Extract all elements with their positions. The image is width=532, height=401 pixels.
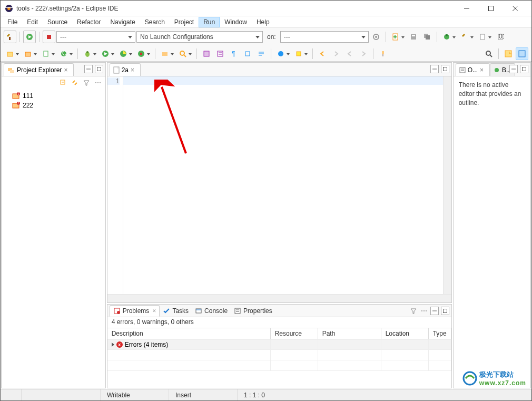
col-resource[interactable]: Resource bbox=[271, 328, 318, 339]
menu-navigate[interactable]: Navigate bbox=[105, 17, 140, 27]
launch-config-combo[interactable]: No Launch Configurations bbox=[136, 31, 263, 43]
menu-window[interactable]: Window bbox=[220, 17, 252, 27]
binary-file-icon[interactable]: 010 bbox=[494, 31, 507, 43]
menu-run[interactable]: Run bbox=[199, 17, 220, 27]
filter-icon[interactable] bbox=[409, 307, 418, 315]
maximize-view-icon[interactable] bbox=[95, 65, 103, 73]
link-editor-icon[interactable] bbox=[71, 79, 79, 87]
svg-point-77 bbox=[426, 310, 427, 311]
new-project-icon[interactable] bbox=[4, 47, 16, 60]
project-item[interactable]: ! 222 bbox=[2, 101, 105, 110]
nav-back-icon[interactable] bbox=[316, 47, 329, 60]
nav-up-icon[interactable] bbox=[357, 47, 370, 60]
vertical-scrollbar[interactable] bbox=[443, 76, 451, 294]
svg-text:C: C bbox=[62, 50, 67, 57]
col-path[interactable]: Path bbox=[318, 328, 381, 339]
table-row[interactable] bbox=[107, 350, 451, 360]
col-location[interactable]: Location bbox=[381, 328, 429, 339]
maximize-view-icon[interactable] bbox=[520, 65, 528, 73]
minimize-view-icon[interactable] bbox=[430, 307, 439, 315]
search-tool-icon[interactable] bbox=[176, 47, 189, 60]
project-explorer-tab[interactable]: Project Explorer × bbox=[4, 63, 74, 76]
view-menu-icon[interactable] bbox=[420, 307, 428, 315]
project-item[interactable]: ! 111 bbox=[2, 91, 105, 101]
console-tab[interactable]: Console bbox=[192, 305, 231, 317]
menu-search[interactable]: Search bbox=[140, 17, 170, 27]
menu-help[interactable]: Help bbox=[252, 17, 274, 27]
problems-tab[interactable]: Problems × bbox=[110, 305, 160, 317]
close-icon[interactable]: × bbox=[480, 66, 486, 74]
close-icon[interactable]: × bbox=[131, 66, 137, 74]
tasks-tab[interactable]: Tasks bbox=[160, 305, 192, 317]
task-icon[interactable] bbox=[200, 47, 213, 60]
menu-file[interactable]: File bbox=[3, 17, 22, 27]
outline-view-icon[interactable] bbox=[214, 47, 226, 60]
minimize-view-icon[interactable] bbox=[509, 65, 518, 73]
menu-project[interactable]: Project bbox=[170, 17, 199, 27]
stop-button[interactable] bbox=[43, 31, 55, 43]
new-source-icon[interactable] bbox=[40, 47, 52, 60]
menu-refactor[interactable]: Refactor bbox=[72, 17, 105, 27]
maximize-view-icon[interactable] bbox=[441, 65, 449, 73]
new-dropdown-icon[interactable] bbox=[389, 31, 402, 43]
debug-dropdown-icon[interactable] bbox=[440, 31, 453, 43]
block-select-icon[interactable] bbox=[241, 47, 254, 60]
pilcrow-icon[interactable]: ¶ bbox=[228, 47, 240, 60]
new-class-icon[interactable]: C bbox=[57, 47, 70, 60]
debug-icon[interactable] bbox=[81, 47, 94, 60]
new-folder-icon[interactable] bbox=[22, 47, 34, 60]
open-type-icon[interactable] bbox=[159, 47, 171, 60]
minimize-button[interactable] bbox=[455, 1, 479, 16]
editor-text-area[interactable] bbox=[123, 76, 443, 294]
nav-last-icon[interactable] bbox=[343, 47, 356, 60]
breakpoint-icon[interactable] bbox=[274, 47, 287, 60]
toolbar-main: --- No Launch Configurations on: --- 010 bbox=[1, 28, 531, 46]
expression-icon[interactable] bbox=[292, 47, 305, 60]
launch-target-combo[interactable]: --- bbox=[280, 31, 369, 43]
launch-mode-combo[interactable]: --- bbox=[56, 31, 135, 43]
save-all-icon[interactable] bbox=[421, 31, 434, 43]
run-icon[interactable] bbox=[99, 47, 112, 60]
close-icon[interactable]: × bbox=[64, 66, 70, 74]
hammer-dropdown-icon[interactable] bbox=[458, 31, 471, 43]
menu-source[interactable]: Source bbox=[43, 17, 72, 27]
run-last-icon[interactable] bbox=[135, 47, 147, 60]
gear-icon[interactable] bbox=[370, 31, 382, 43]
menu-edit[interactable]: Edit bbox=[22, 17, 43, 27]
col-description[interactable]: Description bbox=[107, 328, 271, 339]
expand-icon[interactable] bbox=[112, 343, 114, 347]
save-icon[interactable] bbox=[407, 31, 420, 43]
svg-point-69 bbox=[117, 311, 120, 314]
table-row[interactable] bbox=[107, 360, 451, 371]
java-perspective-icon[interactable] bbox=[516, 47, 528, 60]
open-perspective-icon[interactable] bbox=[502, 47, 515, 60]
view-menu-icon[interactable] bbox=[94, 79, 102, 87]
tab-label: O... bbox=[468, 66, 478, 74]
minimize-view-icon[interactable] bbox=[84, 65, 93, 73]
coverage-icon[interactable] bbox=[117, 47, 130, 60]
maximize-button[interactable] bbox=[479, 1, 503, 16]
outline-tab[interactable]: O... × bbox=[456, 63, 490, 76]
nav-forward-icon[interactable] bbox=[330, 47, 342, 60]
table-row[interactable]: x Errors (4 items) bbox=[107, 339, 451, 350]
editor-tab[interactable]: 2a × bbox=[110, 63, 141, 76]
minimize-view-icon[interactable] bbox=[430, 65, 439, 73]
build-icon[interactable] bbox=[4, 31, 16, 43]
close-icon[interactable]: × bbox=[152, 307, 156, 315]
word-wrap-icon[interactable] bbox=[255, 47, 268, 60]
svg-point-1 bbox=[7, 7, 11, 10]
editor-body[interactable]: 1 bbox=[107, 76, 451, 294]
col-type[interactable]: Type bbox=[429, 328, 451, 339]
properties-tab[interactable]: Properties bbox=[231, 305, 275, 317]
close-button[interactable] bbox=[503, 1, 527, 16]
svg-rect-7 bbox=[9, 37, 11, 40]
run-button[interactable] bbox=[23, 31, 36, 43]
search-icon[interactable] bbox=[482, 47, 495, 60]
tab-label: 2a bbox=[122, 66, 129, 74]
collapse-all-icon[interactable] bbox=[59, 79, 67, 87]
filter-icon[interactable] bbox=[82, 79, 91, 87]
horizontal-scrollbar[interactable] bbox=[107, 294, 451, 302]
pin-icon[interactable] bbox=[377, 47, 389, 60]
maximize-view-icon[interactable] bbox=[441, 307, 449, 315]
file-dropdown-icon[interactable] bbox=[476, 31, 489, 43]
